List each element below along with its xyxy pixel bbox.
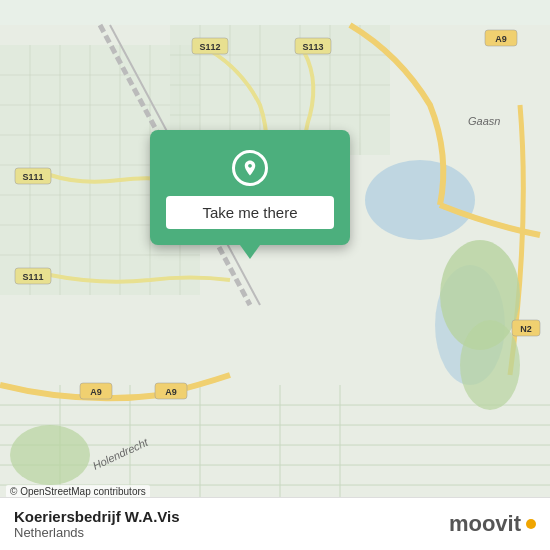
svg-text:Gaasn: Gaasn [468,115,500,127]
svg-text:A9: A9 [495,34,507,44]
location-popup: Take me there [150,130,350,245]
svg-text:S113: S113 [302,42,323,52]
svg-text:S111: S111 [22,172,43,182]
bottom-bar: Koeriersbedrijf W.A.Vis Netherlands moov… [0,497,550,550]
moovit-dot [526,519,536,529]
svg-point-1 [365,160,475,240]
location-pin-icon [232,150,268,186]
svg-text:A9: A9 [90,387,102,397]
svg-text:A9: A9 [165,387,177,397]
place-name: Koeriersbedrijf W.A.Vis [14,508,180,525]
take-me-there-button[interactable]: Take me there [166,196,334,229]
svg-text:N2: N2 [520,324,532,334]
moovit-logo: moovit [449,511,536,537]
moovit-text: moovit [449,511,521,537]
map-container: S111 S111 S112 S113 A9 A9 A9 Holendrecht… [0,0,550,550]
place-country: Netherlands [14,525,180,540]
svg-text:S111: S111 [22,272,43,282]
svg-point-55 [460,320,520,410]
place-info: Koeriersbedrijf W.A.Vis Netherlands [14,508,180,540]
map-background: S111 S111 S112 S113 A9 A9 A9 Holendrecht… [0,0,550,550]
svg-point-56 [10,425,90,485]
svg-text:S112: S112 [199,42,220,52]
